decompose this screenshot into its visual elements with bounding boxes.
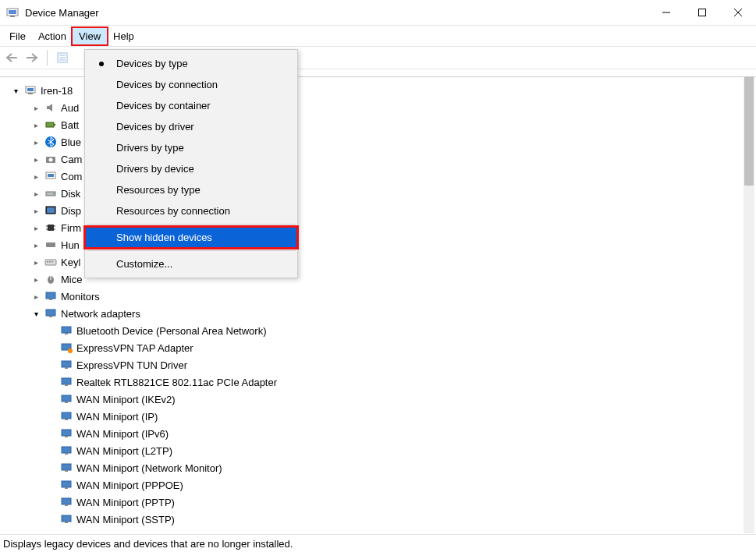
- maximize-button[interactable]: [684, 0, 720, 25]
- net-item-wan-ipv6[interactable]: WAN Miniport (IPv6): [59, 425, 756, 442]
- adapter-icon: [59, 512, 73, 526]
- computer-icon: [44, 169, 58, 183]
- adapter-icon: [59, 444, 73, 458]
- svg-rect-24: [47, 207, 55, 213]
- net-item-wan-l2tp[interactable]: WAN Miniport (L2TP): [59, 442, 756, 459]
- titlebar: Device Manager: [0, 0, 756, 26]
- menu-customize[interactable]: Customize...: [85, 253, 297, 274]
- menu-show-hidden-devices[interactable]: Show hidden devices: [85, 227, 297, 248]
- menubar: File Action View Help: [0, 26, 756, 46]
- svg-rect-25: [48, 225, 54, 231]
- expand-icon[interactable]: ▸: [31, 137, 41, 147]
- svg-rect-59: [62, 481, 71, 487]
- svg-rect-41: [62, 327, 71, 333]
- svg-rect-46: [65, 367, 68, 369]
- svg-rect-37: [46, 292, 55, 299]
- menu-devices-by-type[interactable]: Devices by type: [85, 53, 297, 74]
- close-button[interactable]: [720, 0, 756, 25]
- properties-button[interactable]: [54, 49, 71, 66]
- svg-rect-49: [62, 395, 71, 402]
- menu-action[interactable]: Action: [32, 28, 73, 44]
- collapse-icon[interactable]: ▾: [11, 86, 20, 95]
- net-item-wan-pptp[interactable]: WAN Miniport (PPTP): [59, 494, 756, 511]
- computer-icon: [23, 83, 37, 97]
- menu-resources-by-type[interactable]: Resources by type: [85, 179, 297, 200]
- adapter-icon: [59, 426, 73, 441]
- svg-rect-57: [62, 464, 71, 470]
- svg-rect-47: [62, 378, 71, 384]
- svg-rect-4: [699, 9, 706, 16]
- svg-rect-38: [49, 299, 52, 300]
- svg-rect-12: [27, 88, 34, 91]
- svg-rect-15: [54, 124, 55, 126]
- menu-view[interactable]: View: [73, 28, 107, 44]
- menu-drivers-by-device[interactable]: Drivers by device: [85, 158, 297, 179]
- expand-icon[interactable]: ▸: [31, 257, 41, 267]
- svg-rect-30: [46, 242, 55, 247]
- hid-icon: [44, 238, 58, 252]
- expand-icon[interactable]: ▸: [31, 172, 41, 181]
- minimize-button[interactable]: [648, 0, 684, 25]
- adapter-icon: [59, 478, 73, 492]
- svg-rect-20: [48, 174, 54, 177]
- adapter-icon: [59, 409, 73, 423]
- net-item-wan-pppoe[interactable]: WAN Miniport (PPPOE): [59, 476, 756, 494]
- expand-icon[interactable]: ▸: [31, 189, 41, 198]
- expand-icon[interactable]: ▸: [31, 103, 41, 112]
- speaker-icon: [44, 101, 58, 115]
- bullet-icon: [99, 62, 104, 66]
- svg-rect-53: [62, 430, 71, 436]
- svg-rect-58: [65, 470, 68, 472]
- statusbar: Displays legacy devices and devices that…: [0, 534, 756, 552]
- net-item-wan-ikev2[interactable]: WAN Miniport (IKEv2): [59, 391, 756, 408]
- svg-rect-61: [62, 498, 71, 504]
- adapter-icon: [59, 358, 73, 372]
- back-button[interactable]: [3, 49, 20, 66]
- adapter-icon: [59, 495, 73, 509]
- net-item-wan-sstp[interactable]: WAN Miniport (SSTP): [59, 511, 756, 528]
- menu-drivers-by-type[interactable]: Drivers by type: [85, 137, 297, 158]
- separator: [87, 224, 296, 225]
- net-item-bluetooth-pan[interactable]: Bluetooth Device (Personal Area Network): [59, 322, 756, 339]
- svg-point-22: [53, 193, 55, 195]
- svg-rect-33: [49, 261, 51, 263]
- net-item-wan-netmon[interactable]: WAN Miniport (Network Monitor): [59, 459, 756, 476]
- net-item-express-tap[interactable]: ExpressVPN TAP Adapter: [59, 339, 756, 356]
- network-icon: [44, 306, 58, 320]
- expand-icon[interactable]: ▸: [31, 206, 41, 215]
- menu-help[interactable]: Help: [107, 28, 140, 44]
- net-item-express-tun[interactable]: ExpressVPN TUN Driver: [59, 356, 756, 373]
- svg-rect-34: [51, 261, 53, 263]
- adapter-icon: [59, 324, 73, 338]
- battery-icon: [44, 118, 58, 132]
- bluetooth-icon: [44, 135, 58, 149]
- svg-rect-32: [47, 261, 48, 263]
- expand-icon[interactable]: ▸: [31, 274, 41, 284]
- menu-file[interactable]: File: [3, 28, 32, 44]
- network-children: Bluetooth Device (Personal Area Network)…: [59, 322, 756, 528]
- tree-root-label: Iren-18: [41, 85, 73, 97]
- collapse-icon[interactable]: ▾: [31, 309, 41, 318]
- svg-rect-13: [28, 93, 33, 94]
- svg-rect-45: [62, 361, 71, 367]
- vertical-scrollbar[interactable]: [744, 76, 754, 533]
- svg-rect-64: [65, 522, 68, 523]
- net-item-realtek[interactable]: Realtek RTL8821CE 802.11ac PCIe Adapter: [59, 373, 756, 391]
- svg-rect-60: [65, 487, 68, 489]
- expand-icon[interactable]: ▸: [31, 292, 41, 301]
- tree-item-network[interactable]: ▾Network adapters: [31, 305, 756, 322]
- scrollbar-thumb[interactable]: [744, 76, 754, 186]
- tree-item-monitors[interactable]: ▸Monitors: [31, 288, 756, 305]
- menu-devices-by-connection[interactable]: Devices by connection: [85, 74, 297, 95]
- svg-rect-55: [62, 447, 71, 453]
- expand-icon[interactable]: ▸: [31, 120, 41, 129]
- forward-button[interactable]: [23, 49, 41, 66]
- expand-icon[interactable]: ▸: [31, 223, 41, 232]
- menu-devices-by-driver[interactable]: Devices by driver: [85, 116, 297, 137]
- menu-resources-by-connection[interactable]: Resources by connection: [85, 200, 297, 221]
- expand-icon[interactable]: ▸: [31, 154, 41, 164]
- expand-icon[interactable]: ▸: [31, 240, 41, 249]
- net-item-wan-ip[interactable]: WAN Miniport (IP): [59, 408, 756, 425]
- adapter-icon: [59, 461, 73, 475]
- menu-devices-by-container[interactable]: Devices by container: [85, 95, 297, 116]
